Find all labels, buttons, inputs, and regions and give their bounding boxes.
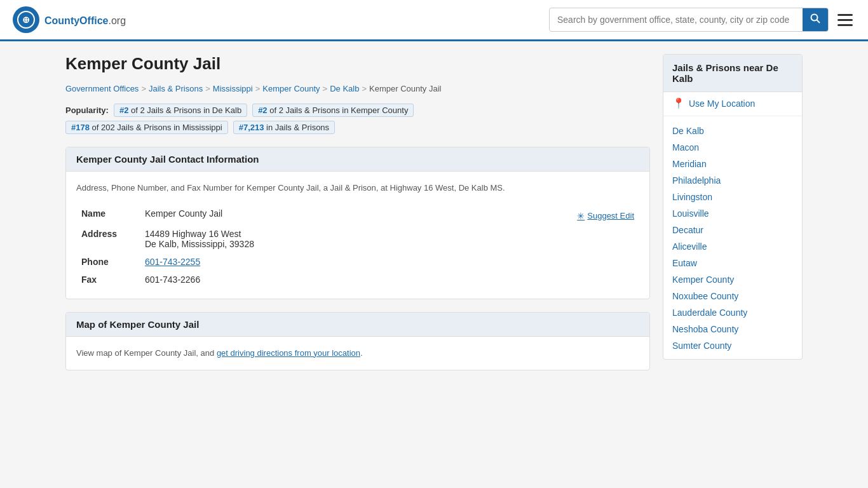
breadcrumb-jails-prisons[interactable]: Jails & Prisons [149, 84, 203, 93]
breadcrumb-kemper-county[interactable]: Kemper County [262, 84, 320, 93]
list-item: Louisville [663, 205, 802, 222]
logo-text: CountyOffice.org [44, 13, 126, 27]
sidebar-link-louisville[interactable]: Louisville [663, 205, 802, 222]
breadcrumb-sep-1: > [141, 84, 146, 93]
contact-section-body: Address, Phone Number, and Fax Number fo… [66, 172, 649, 299]
site-header: ⊕ CountyOffice.org [0, 0, 868, 41]
svg-line-3 [817, 20, 820, 24]
main-container: Kemper County Jail Government Offices > … [53, 41, 815, 383]
list-item: Aliceville [663, 238, 802, 255]
driving-directions-link[interactable]: get driving directions from your locatio… [217, 348, 360, 358]
hamburger-line-3 [837, 24, 853, 26]
table-row-name: Name Kemper County Jail ✳ Suggest Edit [76, 205, 639, 225]
map-description-end: . [360, 348, 363, 358]
breadcrumb-current: Kemper County Jail [369, 84, 441, 93]
location-pin-icon: 📍 [672, 97, 685, 109]
address-value-cell: 14489 Highway 16 West De Kalb, Mississip… [140, 225, 639, 253]
list-item: Eutaw [663, 255, 802, 271]
phone-label: Phone [76, 253, 140, 271]
breadcrumb: Government Offices > Jails & Prisons > M… [65, 84, 650, 93]
popularity-badge-4: #7,213 in Jails & Prisons [233, 121, 335, 134]
list-item: Noxubee County [663, 288, 802, 304]
sidebar-link-kemper-county[interactable]: Kemper County [663, 271, 802, 288]
fax-value: 601-743-2266 [140, 271, 639, 288]
list-item: Sumter County [663, 337, 802, 354]
popularity-badge-3: #178 of 202 Jails & Prisons in Mississip… [65, 121, 228, 134]
list-item: Decatur [663, 222, 802, 238]
suggest-edit-link[interactable]: ✳ Suggest Edit [577, 211, 634, 221]
sidebar-link-eutaw[interactable]: Eutaw [663, 255, 802, 271]
hamburger-line-2 [837, 19, 853, 21]
breadcrumb-mississippi[interactable]: Mississippi [213, 84, 253, 93]
list-item: De Kalb [663, 123, 802, 139]
breadcrumb-sep-5: > [362, 84, 367, 93]
sidebar-link-neshoba-county[interactable]: Neshoba County [663, 321, 802, 337]
popularity-row: Popularity: #2 of 2 Jails & Prisons in D… [65, 104, 650, 117]
sidebar-link-philadelphia[interactable]: Philadelphia [663, 172, 802, 189]
sidebar-link-aliceville[interactable]: Aliceville [663, 238, 802, 255]
content-area: Kemper County Jail Government Offices > … [65, 54, 650, 370]
map-section: Map of Kemper County Jail View map of Ke… [65, 312, 650, 371]
contact-section: Kemper County Jail Contact Information A… [65, 147, 650, 299]
search-bar [549, 8, 829, 32]
sidebar-header: Jails & Prisons near De Kalb [663, 55, 802, 92]
list-item: Livingston [663, 189, 802, 205]
breadcrumb-sep-3: > [255, 84, 261, 93]
sidebar-link-decatur[interactable]: Decatur [663, 222, 802, 238]
sidebar-link-sumter-county[interactable]: Sumter County [663, 337, 802, 354]
address-line1: 14489 Highway 16 West [145, 229, 634, 239]
table-row-address: Address 14489 Highway 16 West De Kalb, M… [76, 225, 639, 253]
sidebar-link-meridian[interactable]: Meridian [663, 156, 802, 172]
logo-area: ⊕ CountyOffice.org [13, 6, 126, 33]
sidebar-link-lauderdale-county[interactable]: Lauderdale County [663, 304, 802, 321]
hamburger-line-1 [837, 14, 853, 16]
breadcrumb-sep-4: > [323, 84, 328, 93]
map-section-header: Map of Kemper County Jail [66, 313, 649, 337]
breadcrumb-government-offices[interactable]: Government Offices [65, 84, 139, 93]
name-value: Kemper County Jail [145, 208, 222, 219]
sidebar: Jails & Prisons near De Kalb 📍 Use My Lo… [663, 54, 803, 370]
contact-info-table: Name Kemper County Jail ✳ Suggest Edit A… [76, 205, 639, 288]
phone-link[interactable]: 601-743-2255 [145, 257, 200, 267]
sidebar-box: Jails & Prisons near De Kalb 📍 Use My Lo… [663, 54, 803, 360]
table-row-fax: Fax 601-743-2266 [76, 271, 639, 288]
sidebar-link-de-kalb[interactable]: De Kalb [663, 123, 802, 139]
popularity-badge-1: #2 of 2 Jails & Prisons in De Kalb [114, 104, 247, 117]
name-label: Name [76, 205, 140, 225]
breadcrumb-de-kalb[interactable]: De Kalb [330, 84, 359, 93]
header-right [549, 8, 855, 32]
sidebar-link-noxubee-county[interactable]: Noxubee County [663, 288, 802, 304]
search-input[interactable] [550, 10, 803, 30]
contact-description: Address, Phone Number, and Fax Number fo… [76, 182, 639, 194]
logo-icon: ⊕ [13, 6, 39, 33]
hamburger-button[interactable] [835, 11, 855, 29]
contact-section-header: Kemper County Jail Contact Information [66, 147, 649, 172]
list-item: Macon [663, 139, 802, 156]
phone-value-cell: 601-743-2255 [140, 253, 639, 271]
use-location-label: Use My Location [689, 98, 755, 109]
logo-suffix: .org [108, 15, 126, 26]
svg-point-2 [811, 15, 818, 21]
address-line2: De Kalb, Mississippi, 39328 [145, 239, 634, 249]
popularity-label: Popularity: [65, 105, 109, 115]
list-item: Lauderdale County [663, 304, 802, 321]
fax-label: Fax [76, 271, 140, 288]
table-row-phone: Phone 601-743-2255 [76, 253, 639, 271]
page-title: Kemper County Jail [65, 54, 650, 74]
sidebar-links-list: De Kalb Macon Meridian Philadelphia Livi… [663, 118, 802, 359]
address-label: Address [76, 225, 140, 253]
list-item: Kemper County [663, 271, 802, 288]
map-description: View map of Kemper County Jail, and get … [76, 347, 639, 360]
list-item: Meridian [663, 156, 802, 172]
breadcrumb-sep-2: > [205, 84, 210, 93]
sidebar-link-macon[interactable]: Macon [663, 139, 802, 156]
list-item: Neshoba County [663, 321, 802, 337]
use-my-location-link[interactable]: 📍 Use My Location [663, 92, 802, 114]
sidebar-link-livingston[interactable]: Livingston [663, 189, 802, 205]
search-button[interactable] [803, 8, 828, 31]
logo-brand: CountyOffice [44, 15, 108, 26]
sidebar-divider [663, 116, 802, 116]
svg-text:⊕: ⊕ [22, 15, 30, 25]
map-section-body: View map of Kemper County Jail, and get … [66, 337, 649, 370]
list-item: Philadelphia [663, 172, 802, 189]
